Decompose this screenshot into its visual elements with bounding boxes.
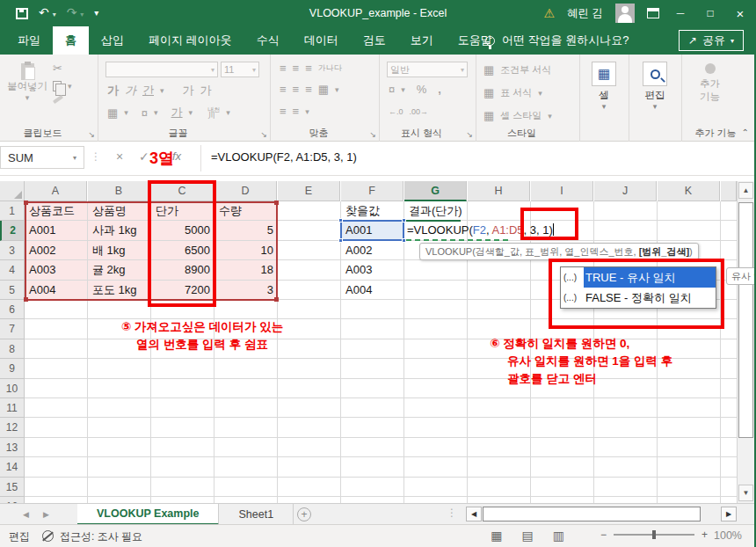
cell-B1[interactable]: 상품명 <box>89 201 150 221</box>
decrease-indent-icon[interactable]: ≡ <box>280 105 287 118</box>
menu-tab-홈[interactable]: 홈 <box>53 26 89 55</box>
zoom-in-icon[interactable]: + <box>701 529 708 541</box>
dropdown-item-false-match[interactable]: (...)FALSE - 정확히 일치 <box>561 288 716 308</box>
menu-tab-삽입[interactable]: 삽입 <box>89 26 136 55</box>
sheet-nav-right-icon[interactable]: ▶ <box>43 510 49 519</box>
font-name-combo[interactable]: ▾ <box>105 62 218 77</box>
number-dialog-launcher[interactable]: ↘ <box>466 130 473 139</box>
cell-F2[interactable]: A001 <box>342 221 403 240</box>
scroll-right-icon[interactable]: ▶ <box>721 507 737 521</box>
grow-font-button[interactable]: 가 <box>183 83 194 98</box>
cell-F4[interactable]: A003 <box>342 260 403 280</box>
editing-button[interactable]: 편집 ▾ <box>643 62 667 111</box>
active-cell-formula[interactable]: =VLOOKUP(F2, A1:D5, 3, 1) <box>407 221 554 240</box>
page-layout-view-icon[interactable]: ▤ <box>522 529 534 543</box>
minimize-button[interactable]: ─ <box>672 7 689 19</box>
name-box-caret-icon[interactable]: ▾ <box>73 154 76 162</box>
sheet-tab-vlookup-example[interactable]: VLOOKUP Example <box>77 504 219 525</box>
zoom-slider[interactable] <box>614 534 694 536</box>
increase-decimal-icon[interactable]: ←.0 <box>389 107 403 116</box>
format-as-table-button[interactable]: ▦ 표 서식▾ <box>483 86 542 99</box>
align-top-icon[interactable]: ≡ <box>280 62 287 75</box>
cell-A4[interactable]: A003 <box>25 260 87 280</box>
redo-button[interactable]: ↷ ▾ <box>67 0 84 28</box>
align-center-icon[interactable]: ≡ <box>293 83 300 96</box>
column-header-K[interactable]: K <box>658 181 720 201</box>
wrap-text-icon[interactable]: ▾ <box>305 107 309 116</box>
cell-C1[interactable]: 단가 <box>152 201 214 221</box>
font-dialog-launcher[interactable]: ↘ <box>260 130 267 139</box>
underline-dropdown[interactable]: ▾ <box>160 86 164 95</box>
sheet-nav-left-icon[interactable]: ◀ <box>23 510 29 519</box>
zoom-out-icon[interactable]: − <box>600 529 607 541</box>
shrink-font-button[interactable]: 가 <box>200 83 212 98</box>
cell-C4[interactable]: 8900 <box>152 260 214 280</box>
align-bottom-icon[interactable]: ≡ <box>305 62 312 75</box>
cell-D2[interactable]: 5 <box>215 221 277 240</box>
undo-button[interactable]: ↶ ▾ <box>39 0 56 28</box>
addins-button[interactable]: 추가 기능 <box>700 63 720 104</box>
cell-C5[interactable]: 7200 <box>152 281 214 300</box>
vertical-scroll-thumb[interactable] <box>738 202 753 438</box>
scroll-up-icon[interactable]: ▲ <box>738 182 753 199</box>
menu-tab-수식[interactable]: 수식 <box>244 26 292 55</box>
column-header-J[interactable]: J <box>594 181 657 201</box>
cell-G1[interactable]: 결과(단가) <box>405 201 467 221</box>
cell-A1[interactable]: 상품코드 <box>25 201 87 221</box>
name-box[interactable]: SUM▾ <box>0 146 84 169</box>
tell-me-label[interactable]: 어떤 작업을 원하시나요? <box>502 33 629 48</box>
merge-center-icon[interactable]: ▦ <box>318 83 329 96</box>
ribbon-display-options-icon[interactable] <box>647 8 659 18</box>
cell-B3[interactable]: 배 1kg <box>89 241 150 260</box>
column-header-F[interactable]: F <box>341 181 403 201</box>
column-header-A[interactable]: A <box>25 181 87 201</box>
align-left-icon[interactable]: ≡ <box>280 83 287 96</box>
new-sheet-button[interactable]: + <box>297 507 311 521</box>
fill-color-icon[interactable]: ¤ <box>142 106 148 120</box>
cell-D3[interactable]: 10 <box>215 241 277 260</box>
formula-bar-input[interactable]: =VLOOKUP(F2, A1:D5, 3, 1) <box>211 150 357 164</box>
horizontal-scroll-thumb[interactable] <box>483 507 701 521</box>
save-icon[interactable] <box>16 8 28 19</box>
cell-B4[interactable]: 귤 2kg <box>89 260 150 280</box>
font-size-combo[interactable]: 11▾ <box>221 62 259 77</box>
italic-button[interactable]: 가 <box>125 83 136 98</box>
format-painter-icon[interactable] <box>53 95 63 104</box>
menu-tab-페이지 레이아웃[interactable]: 페이지 레이아웃 <box>136 26 244 55</box>
number-format-combo[interactable]: 일반▾ <box>387 62 468 77</box>
menu-tab-데이터[interactable]: 데이터 <box>292 26 351 55</box>
maximize-button[interactable]: □ <box>701 7 719 19</box>
scroll-down-icon[interactable]: ▼ <box>738 485 753 501</box>
column-header-D[interactable]: D <box>214 181 277 201</box>
borders-icon[interactable]: ▦ <box>107 106 118 120</box>
enter-icon[interactable]: ✓ <box>139 150 149 164</box>
cell-F1[interactable]: 찾을값 <box>342 201 403 221</box>
cell-B2[interactable]: 사과 1kg <box>89 221 150 240</box>
accessibility-status[interactable]: 접근성: 조사 필요 <box>60 529 142 544</box>
cell-A5[interactable]: A004 <box>25 281 87 300</box>
underline-button[interactable]: 간 <box>142 83 154 98</box>
increase-indent-icon[interactable]: ≡ <box>293 105 300 118</box>
zoom-slider-thumb[interactable] <box>652 530 656 539</box>
cell-D1[interactable]: 수량 <box>215 201 277 221</box>
menu-tab-파일[interactable]: 파일 <box>5 26 53 55</box>
copy-button[interactable]: ▾ <box>53 81 72 91</box>
user-name[interactable]: 혜린 김 <box>567 6 603 21</box>
cell-styles-button[interactable]: ▦ 셀 스타일▾ <box>483 109 552 122</box>
column-header-I[interactable]: I <box>531 181 593 201</box>
alignment-dialog-launcher[interactable]: ↘ <box>369 130 376 139</box>
share-button[interactable]: ↗ 공유 ▾ <box>679 30 744 51</box>
cell-B5[interactable]: 포도 1kg <box>89 281 150 300</box>
close-button[interactable]: × <box>731 6 749 21</box>
cancel-icon[interactable]: × <box>116 150 123 164</box>
cells-button[interactable]: ▦ 셀 ▾ <box>592 62 616 111</box>
normal-view-icon[interactable]: ▦ <box>491 529 502 543</box>
collapse-ribbon-button[interactable]: ⌃ <box>742 128 749 137</box>
menu-tab-보기[interactable]: 보기 <box>398 26 446 55</box>
clipboard-dialog-launcher[interactable]: ↘ <box>88 130 95 139</box>
page-break-view-icon[interactable]: ▥ <box>553 529 564 543</box>
tell-me-box[interactable]: 어떤 작업을 원하시나요? <box>485 26 629 55</box>
column-header-H[interactable]: H <box>468 181 530 201</box>
cell-C2[interactable]: 5000 <box>152 221 214 240</box>
decrease-decimal-icon[interactable]: .00→ <box>410 107 429 116</box>
